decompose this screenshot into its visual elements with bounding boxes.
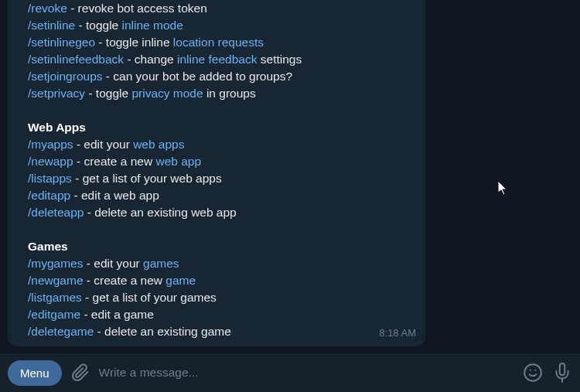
menu-button[interactable]: Menu	[8, 360, 62, 386]
message-input[interactable]	[99, 366, 513, 380]
command-desc: - can your bot be added to groups?	[103, 70, 293, 83]
svg-point-0	[524, 364, 541, 381]
command-desc-after: settings	[257, 53, 302, 66]
command-link[interactable]: /setinline	[28, 19, 75, 32]
message-list: /revoke - revoke bot access token /setin…	[0, 0, 580, 353]
inline-link[interactable]: inline mode	[122, 19, 183, 32]
inline-link[interactable]: web apps	[133, 138, 184, 151]
inline-link[interactable]: games	[143, 257, 179, 270]
command-link[interactable]: /listgames	[28, 291, 82, 304]
command-link[interactable]: /revoke	[28, 2, 67, 15]
inline-link[interactable]: web app	[155, 155, 201, 168]
command-link[interactable]: /newgame	[28, 274, 84, 287]
command-desc: - get a list of your web apps	[72, 172, 222, 185]
inline-link[interactable]: inline feedback	[177, 53, 257, 66]
command-row: /setprivacy - toggle privacy mode in gro…	[28, 85, 416, 102]
command-row: /myapps - edit your web apps	[28, 136, 416, 153]
command-link[interactable]: /setinlinegeo	[28, 36, 95, 49]
command-link[interactable]: /setprivacy	[28, 87, 85, 100]
section-header-webapps: Web Apps	[28, 119, 416, 136]
command-desc: - edit your	[73, 138, 134, 151]
command-row: /deletegame - delete an existing game	[28, 323, 416, 340]
command-row: /mygames - edit your games	[28, 255, 416, 272]
command-desc: - toggle	[75, 19, 121, 32]
bot-message: /revoke - revoke bot access token /setin…	[8, 0, 425, 346]
section-header-games: Games	[28, 238, 416, 255]
command-desc: - edit a game	[80, 308, 154, 321]
command-link[interactable]: /setjoingroups	[28, 70, 103, 83]
input-bar: Menu	[0, 353, 580, 392]
command-desc: - get a list of your games	[82, 291, 217, 304]
command-row: /deleteapp - delete an existing web app	[28, 204, 416, 221]
command-row: /setjoingroups - can your bot be added t…	[28, 68, 416, 85]
command-row: /listapps - get a list of your web apps	[28, 170, 416, 187]
command-link[interactable]: /newapp	[28, 155, 73, 168]
command-row: /setinlinegeo - toggle inline location r…	[28, 34, 416, 51]
command-row: /setinlinefeedback - change inline feedb…	[28, 51, 416, 68]
command-link[interactable]: /deletegame	[28, 325, 94, 338]
command-link[interactable]: /myapps	[28, 138, 73, 151]
command-row: /listgames - get a list of your games	[28, 289, 416, 306]
command-row: /setinline - toggle inline mode	[28, 17, 416, 34]
command-row: /newapp - create a new web app	[28, 153, 416, 170]
command-row: /revoke - revoke bot access token	[28, 0, 416, 17]
command-desc: - delete an existing game	[94, 325, 231, 338]
command-desc: - toggle	[85, 87, 131, 100]
command-link[interactable]: /listapps	[28, 172, 72, 185]
inline-link[interactable]: game	[165, 274, 196, 287]
command-row: /newgame - create a new game	[28, 272, 416, 289]
command-desc: - edit a web app	[70, 189, 159, 202]
command-desc: - delete an existing web app	[84, 206, 236, 219]
command-link[interactable]: /setinlinefeedback	[28, 53, 124, 66]
command-link[interactable]: /editapp	[28, 189, 70, 202]
emoji-icon[interactable]	[523, 363, 543, 383]
command-row: /editgame - edit a game	[28, 306, 416, 323]
attach-icon[interactable]	[71, 363, 90, 382]
command-desc: - toggle inline	[95, 36, 173, 49]
command-desc: - create a new	[73, 155, 156, 168]
command-desc: - edit your	[84, 257, 144, 270]
command-link[interactable]: /editgame	[28, 308, 80, 321]
command-desc: - revoke bot access token	[67, 2, 207, 15]
command-link[interactable]: /mygames	[28, 257, 84, 270]
command-desc: - change	[124, 53, 177, 66]
message-timestamp: 8:18 AM	[379, 325, 416, 342]
command-desc: - create a new	[84, 274, 166, 287]
command-link[interactable]: /deleteapp	[28, 206, 84, 219]
command-row: /editapp - edit a web app	[28, 187, 416, 204]
command-desc-after: in groups	[203, 87, 256, 100]
mic-icon[interactable]	[552, 363, 572, 383]
inline-link[interactable]: location requests	[173, 36, 264, 49]
inline-link[interactable]: privacy mode	[131, 87, 203, 100]
